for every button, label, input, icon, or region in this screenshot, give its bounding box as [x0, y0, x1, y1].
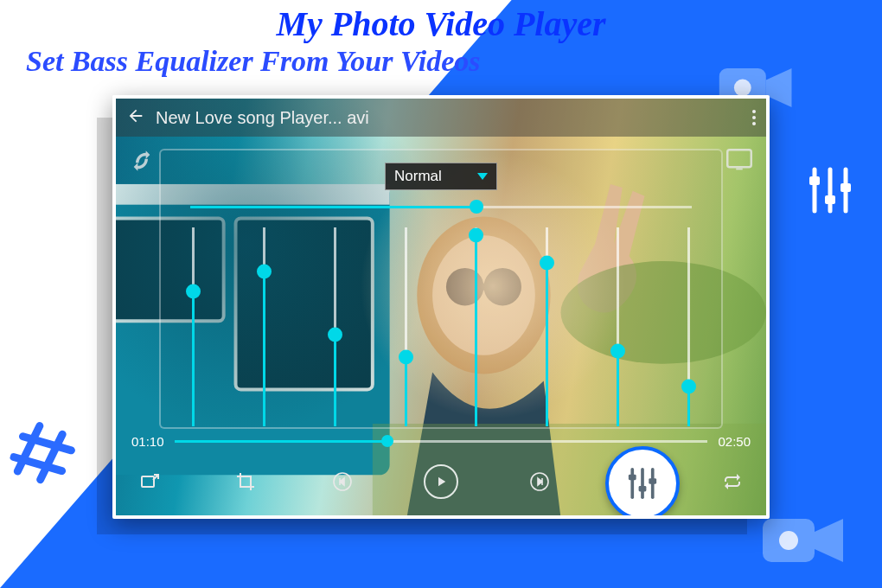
equalizer-panel: Normal	[159, 149, 723, 429]
svg-rect-43	[629, 475, 636, 481]
page-subtitle: Set Bass Equalizer From Your Videos	[26, 45, 481, 78]
seek-slider[interactable]	[175, 440, 708, 443]
svg-rect-30	[736, 169, 743, 170]
time-current: 01:10	[131, 434, 164, 449]
svg-rect-9	[809, 176, 820, 185]
equalizer-icon	[804, 164, 856, 216]
svg-marker-4	[815, 519, 843, 562]
preset-label: Normal	[394, 168, 442, 185]
eq-bands	[185, 227, 697, 426]
preset-dropdown[interactable]: Normal	[385, 163, 497, 190]
back-button[interactable]	[126, 106, 145, 129]
video-title: New Love song Player... avi	[156, 108, 745, 128]
svg-marker-1	[766, 68, 792, 107]
rotate-icon[interactable]	[130, 149, 154, 173]
cast-icon[interactable]	[726, 149, 752, 171]
play-button[interactable]	[424, 464, 458, 499]
svg-rect-29	[727, 150, 751, 167]
previous-button[interactable]	[328, 467, 357, 496]
video-player: New Love song Player... avi Normal 01:10…	[112, 95, 770, 519]
page-title: My Photo Video Player	[0, 3, 882, 44]
next-button[interactable]	[525, 467, 554, 496]
eq-master-slider[interactable]	[190, 206, 692, 208]
svg-point-2	[734, 80, 751, 97]
equalizer-fab[interactable]	[605, 446, 680, 519]
more-options-button[interactable]	[752, 110, 756, 125]
eq-band-slider[interactable]	[192, 227, 195, 426]
time-total: 02:50	[718, 434, 751, 449]
eq-band-slider[interactable]	[405, 227, 407, 426]
eq-band-slider[interactable]	[687, 227, 690, 426]
eq-band-slider[interactable]	[546, 227, 548, 426]
video-camera-icon	[761, 510, 847, 571]
repeat-button[interactable]	[718, 467, 747, 496]
svg-point-5	[779, 531, 798, 550]
eq-band-slider[interactable]	[263, 227, 265, 426]
eq-band-slider[interactable]	[475, 227, 477, 426]
svg-rect-31	[142, 476, 154, 487]
svg-rect-44	[639, 486, 647, 492]
popup-button[interactable]	[135, 467, 164, 496]
chevron-down-icon	[477, 173, 488, 180]
svg-rect-45	[649, 478, 656, 484]
eq-band-slider[interactable]	[334, 227, 336, 426]
svg-rect-10	[825, 195, 835, 204]
svg-rect-11	[840, 183, 851, 192]
crop-button[interactable]	[231, 467, 260, 496]
player-topbar: New Love song Player... avi	[116, 99, 766, 137]
eq-band-slider[interactable]	[617, 227, 619, 426]
